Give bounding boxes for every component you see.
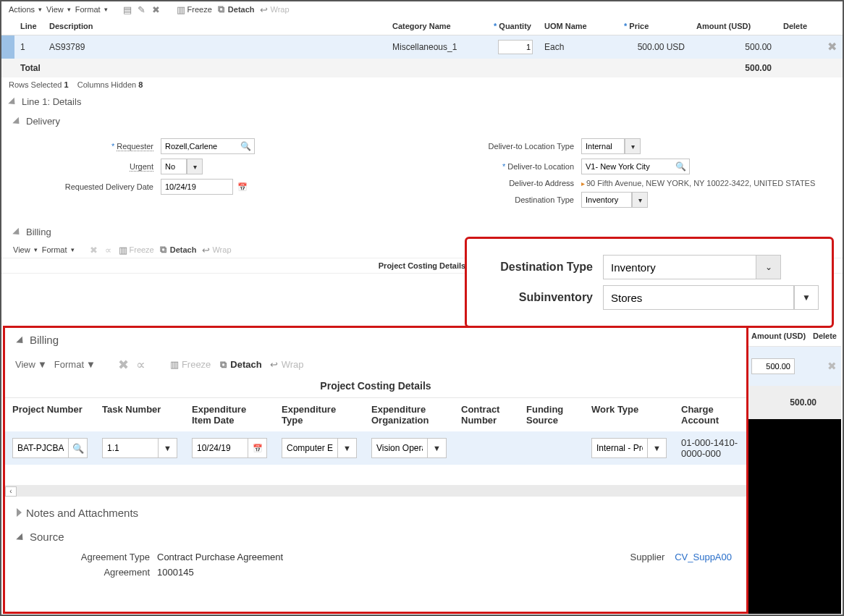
lp-detach-button[interactable]: ⧉Detach (218, 359, 261, 370)
scroll-left-icon[interactable]: ‹ (5, 486, 17, 497)
lp-col-contract[interactable]: Contract Number (454, 398, 519, 431)
lp-freeze-button[interactable]: ▥Freeze (169, 359, 211, 370)
freeze-button[interactable]: ▥Freeze (118, 245, 154, 255)
loc-input[interactable] (581, 159, 690, 174)
col-uom[interactable]: UOM Name (539, 17, 618, 35)
callout-desttype-label: Destination Type (480, 261, 603, 274)
col-amount[interactable]: Amount (USD) (691, 17, 777, 35)
supplier-link[interactable]: CV_SuppA00 (675, 552, 732, 562)
lp-eorg-input[interactable] (371, 438, 428, 458)
requester-label: Requester (117, 142, 153, 151)
lp-col-worktype[interactable]: Work Type (584, 398, 674, 431)
lower-panel: Billing View ▼ Format ▼ ✖ ∝ ▥Freeze ⧉Det… (3, 326, 748, 614)
detach-button[interactable]: ⧉Detach (216, 4, 255, 14)
calendar-icon[interactable]: 📅 (248, 438, 267, 458)
lp-table-row[interactable]: 🔍 ▼ 📅 ▼ ▼ ▼ 01-000-1410-0000-000 (5, 431, 746, 465)
delete-icon[interactable]: ✖ (89, 245, 99, 255)
lp-worktype-input[interactable] (591, 438, 648, 458)
lp-view-menu[interactable]: View ▼ (15, 359, 47, 370)
col-delete[interactable]: Delete (777, 17, 843, 35)
lp-source-title: Source (30, 531, 64, 543)
billing-title: Billing (26, 227, 51, 237)
urgent-select[interactable] (161, 159, 187, 174)
detach-button[interactable]: ⧉Detach (159, 245, 197, 255)
line-details-section[interactable]: Line 1: Details (1, 92, 843, 111)
lp-wrap-button[interactable]: ↩Wrap (269, 359, 304, 370)
callout-subinv-label: Subinventory (480, 291, 603, 304)
lp-delete-icon[interactable]: ✖ (119, 360, 129, 370)
requester-input[interactable] (161, 138, 255, 154)
main-toolbar: Actions View Format ▤ ✎ ✖ ▥Freeze ⧉Detac… (1, 1, 843, 17)
lp-col-etype[interactable]: Expenditure Type (274, 398, 364, 431)
actions-menu[interactable]: Actions (9, 5, 42, 14)
wrap-label: Wrap (271, 5, 290, 14)
view-menu[interactable]: View (13, 245, 38, 254)
format-menu[interactable]: Format (75, 5, 108, 14)
lp-col-charge[interactable]: Charge Account (674, 398, 746, 431)
loctype-select[interactable] (581, 138, 625, 154)
view-menu[interactable]: View (46, 5, 71, 14)
freeze-icon: ▥ (118, 245, 128, 255)
delete-icon[interactable]: ✖ (151, 4, 161, 14)
desttype-select[interactable] (581, 192, 632, 208)
lp-proj-input[interactable] (12, 438, 69, 458)
qty-input[interactable] (498, 40, 533, 54)
rs-amount-input[interactable] (751, 358, 795, 374)
delivery-section[interactable]: Delivery (1, 111, 843, 131)
wrap-button[interactable]: ↩Wrap (201, 245, 231, 255)
urgent-label: Urgent (130, 162, 153, 172)
expand-icon (17, 507, 22, 519)
edit-icon[interactable]: ✎ (137, 4, 147, 14)
lp-col-eorg[interactable]: Expenditure Organization (364, 398, 454, 431)
dropdown-icon[interactable]: ▼ (428, 438, 447, 458)
lp-task-input[interactable] (102, 438, 159, 458)
desttype-dropdown-button[interactable]: ▾ (632, 192, 648, 208)
table-row[interactable]: 1 AS93789 Miscellaneous_1 Each 500.00 US… (1, 35, 843, 59)
dropdown-icon[interactable]: ▼ (648, 438, 667, 458)
add-row-icon[interactable]: ▤ (122, 4, 132, 14)
dropdown-icon[interactable]: ▼ (338, 438, 357, 458)
agrtype-label: Agreement Type (20, 552, 157, 562)
lp-format-menu[interactable]: Format ▼ (54, 359, 96, 370)
lp-col-funding[interactable]: Funding Source (519, 398, 584, 431)
share-icon[interactable]: ∝ (104, 245, 114, 255)
col-line[interactable]: Line (14, 17, 43, 35)
lp-source-section[interactable]: Source (5, 523, 746, 547)
format-menu[interactable]: Format (42, 245, 75, 254)
urgent-dropdown-button[interactable]: ▾ (187, 159, 203, 174)
lp-etype-input[interactable] (282, 438, 338, 458)
freeze-button[interactable]: ▥Freeze (176, 4, 212, 14)
lp-eidate-input[interactable] (192, 438, 248, 458)
lp-pcd-title: Project Costing Details (5, 377, 746, 398)
search-icon[interactable]: 🔍 (69, 438, 88, 458)
rs-delete-hdr: Delete (813, 332, 837, 340)
agr-value: 1000145 (157, 567, 194, 578)
callout-subinv-select[interactable] (603, 285, 794, 310)
destination-callout: Destination Type ⌄ Subinventory ▼ (465, 237, 834, 328)
lp-col-proj[interactable]: Project Number (5, 398, 95, 431)
rs-total: 500.00 (751, 397, 825, 408)
lp-col-eidate[interactable]: Expenditure Item Date (185, 398, 274, 431)
lp-billing-section[interactable]: Billing (5, 328, 746, 352)
lp-table: Project Number Task Number Expenditure I… (5, 398, 746, 497)
lp-share-icon[interactable]: ∝ (136, 360, 146, 370)
lp-notes-section[interactable]: Notes and Attachments (5, 497, 746, 523)
delete-row-icon[interactable]: ✖ (827, 41, 837, 51)
callout-desttype-dropdown-button[interactable]: ⌄ (756, 255, 781, 279)
dropdown-icon[interactable]: ▼ (159, 438, 177, 458)
callout-subinv-dropdown-button[interactable]: ▼ (794, 285, 819, 310)
right-amount-strip: Amount (USD) Delete ✖ 500.00 (747, 326, 841, 419)
loctype-dropdown-button[interactable]: ▾ (625, 138, 641, 154)
reqdate-input[interactable] (161, 179, 233, 195)
calendar-icon[interactable]: 📅 (235, 180, 250, 194)
col-desc[interactable]: Description (43, 17, 387, 35)
wrap-button[interactable]: ↩Wrap (259, 4, 290, 14)
col-price[interactable]: * Price (618, 17, 691, 35)
rs-delete-icon[interactable]: ✖ (827, 361, 837, 371)
delivery-form: Requester 🔍 Urgent ▾ Requested Delivery … (1, 131, 843, 215)
col-cat[interactable]: Category Name (387, 17, 488, 35)
callout-desttype-select[interactable] (603, 255, 756, 279)
lp-scrollbar[interactable]: ‹ (5, 485, 746, 497)
lp-col-task[interactable]: Task Number (95, 398, 185, 431)
col-qty[interactable]: * Quantity (488, 17, 539, 35)
